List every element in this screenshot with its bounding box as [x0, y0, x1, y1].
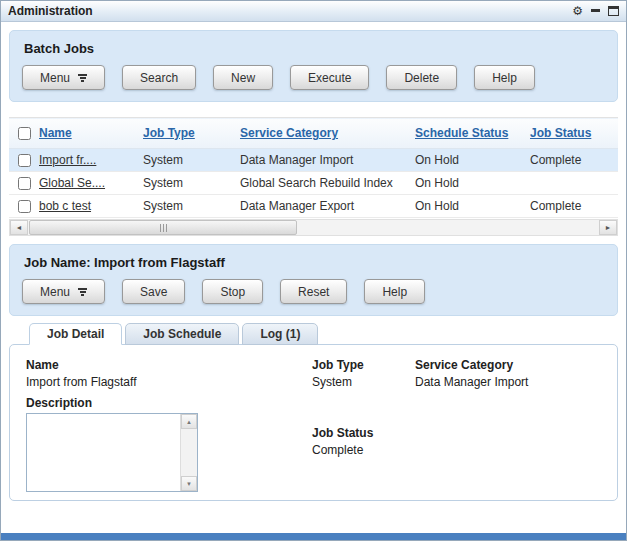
cell-schedule-status: On Hold [412, 149, 527, 172]
sort-name-link[interactable]: Name [39, 126, 72, 140]
gear-icon[interactable]: ⚙ [572, 5, 583, 17]
menu-dropdown-icon [78, 74, 87, 82]
batch-jobs-toolbar: Menu Search New Execute Delete Help [22, 65, 605, 90]
service-category-value: Data Manager Import [415, 375, 601, 389]
name-label: Name [26, 358, 312, 372]
batch-menu-button[interactable]: Menu [22, 65, 105, 90]
new-button[interactable]: New [213, 65, 273, 90]
row-checkbox[interactable] [18, 200, 31, 213]
detail-tabs: Job Detail Job Schedule Log (1) [29, 323, 618, 345]
service-category-label: Service Category [415, 358, 601, 372]
sort-job-status-link[interactable]: Job Status [530, 126, 591, 140]
tab-job-detail[interactable]: Job Detail [29, 323, 122, 345]
titlebar[interactable]: Administration ⚙ [1, 1, 626, 22]
tab-job-schedule[interactable]: Job Schedule [125, 323, 239, 345]
menu-dropdown-icon [78, 288, 87, 296]
cell-job-status [527, 172, 618, 195]
batch-menu-label: Menu [40, 71, 70, 85]
table-row[interactable]: bob c test System Data Manager Export On… [9, 195, 618, 218]
cell-service-category: Data Manager Import [237, 149, 412, 172]
row-checkbox[interactable] [18, 154, 31, 167]
titlebar-controls: ⚙ [572, 5, 619, 17]
batch-jobs-panel: Batch Jobs Menu Search New Execute Delet… [9, 30, 618, 102]
cell-schedule-status: On Hold [412, 172, 527, 195]
horizontal-scrollbar[interactable]: ◄ ► [9, 219, 618, 236]
textarea-scrollbar[interactable]: ▲ ▼ [180, 414, 197, 491]
maximize-icon[interactable] [608, 6, 619, 16]
jobs-table-section: Name Job Type Service Category Schedule … [9, 117, 618, 236]
detail-column-middle: Job Type System Job Status Complete [312, 358, 415, 492]
table-row[interactable]: Global Se.... System Global Search Rebui… [9, 172, 618, 195]
name-value: Import from Flagstaff [26, 375, 312, 389]
cell-job-status: Complete [527, 149, 618, 172]
save-button[interactable]: Save [122, 279, 185, 304]
detail-column-left: Name Import from Flagstaff Description ▲… [26, 358, 312, 492]
description-textarea[interactable]: ▲ ▼ [26, 413, 198, 492]
table-row[interactable]: Import fr.... System Data Manager Import… [9, 149, 618, 172]
reset-button[interactable]: Reset [280, 279, 347, 304]
job-type-value: System [312, 375, 415, 389]
cell-schedule-status: On Hold [412, 195, 527, 218]
search-button[interactable]: Search [122, 65, 196, 90]
sort-job-type-link[interactable]: Job Type [143, 126, 195, 140]
window-title: Administration [8, 4, 572, 18]
stop-button[interactable]: Stop [202, 279, 263, 304]
administration-window: Administration ⚙ Batch Jobs Menu Search … [0, 0, 627, 541]
batch-jobs-table: Name Job Type Service Category Schedule … [9, 117, 618, 218]
cell-job-type: System [140, 172, 237, 195]
job-name-panel: Job Name: Import from Flagstaff Menu Sav… [9, 244, 618, 316]
scroll-left-icon[interactable]: ◄ [10, 220, 28, 235]
job-name-title: Job Name: Import from Flagstaff [24, 255, 605, 270]
job-help-button[interactable]: Help [364, 279, 425, 304]
job-name-link[interactable]: Import fr.... [39, 153, 96, 167]
job-status-label: Job Status [312, 426, 415, 440]
job-menu-button[interactable]: Menu [22, 279, 105, 304]
job-detail-panel: Name Import from Flagstaff Description ▲… [9, 344, 618, 501]
job-status-value: Complete [312, 443, 415, 457]
cell-service-category: Data Manager Export [237, 195, 412, 218]
execute-button[interactable]: Execute [290, 65, 369, 90]
cell-job-status: Complete [527, 195, 618, 218]
job-type-label: Job Type [312, 358, 415, 372]
job-menu-label: Menu [40, 285, 70, 299]
table-header-row: Name Job Type Service Category Schedule … [9, 118, 618, 149]
sort-schedule-status-link[interactable]: Schedule Status [415, 126, 508, 140]
tab-log[interactable]: Log (1) [242, 323, 318, 345]
scrollbar-thumb[interactable] [29, 220, 297, 235]
detail-column-right: Service Category Data Manager Import [415, 358, 601, 492]
batch-jobs-title: Batch Jobs [24, 41, 605, 56]
sort-service-category-link[interactable]: Service Category [240, 126, 338, 140]
minimize-icon[interactable] [591, 9, 600, 12]
row-checkbox[interactable] [18, 177, 31, 190]
cell-service-category: Global Search Rebuild Index [237, 172, 412, 195]
cell-job-type: System [140, 149, 237, 172]
delete-button[interactable]: Delete [386, 65, 457, 90]
window-content: Batch Jobs Menu Search New Execute Delet… [1, 22, 626, 533]
job-name-link[interactable]: Global Se.... [39, 176, 105, 190]
job-name-link[interactable]: bob c test [39, 199, 91, 213]
select-all-checkbox[interactable] [18, 127, 31, 140]
job-toolbar: Menu Save Stop Reset Help [22, 279, 605, 304]
scroll-up-icon[interactable]: ▲ [181, 414, 197, 429]
help-button[interactable]: Help [474, 65, 535, 90]
cell-job-type: System [140, 195, 237, 218]
description-value [27, 414, 180, 491]
description-label: Description [26, 396, 312, 410]
scroll-down-icon[interactable]: ▼ [181, 476, 197, 491]
scroll-right-icon[interactable]: ► [599, 220, 617, 235]
bottom-accent-bar [1, 533, 626, 540]
